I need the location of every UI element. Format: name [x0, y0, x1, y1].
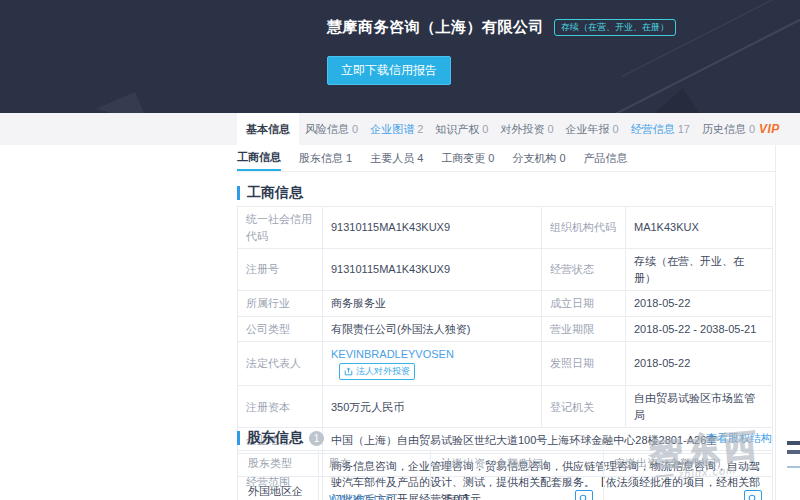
info-value: 350万元人民币: [323, 386, 542, 428]
table-row: 法定代表人 KEVINBRADLEYVOSEN法人对外投资 发照日期 2018-…: [238, 342, 773, 386]
info-value: MA1K43KUX: [626, 207, 773, 249]
info-label: 法定代表人: [238, 342, 323, 386]
subtab-count: 4: [417, 152, 423, 164]
hero-decoration: [96, 84, 155, 113]
table-row: 公司类型 有限责任公司(外国法人独资) 营业期限 2018-05-22 - 20…: [238, 316, 773, 342]
subscribed-capital-value: 350万元: [441, 492, 481, 500]
tab-operation-info[interactable]: 经营信息 17: [625, 113, 696, 145]
info-value: 2018-05-22 - 2038-05-21: [626, 316, 773, 342]
tab-count: 2: [417, 123, 423, 135]
tab-label: 基本信息: [246, 122, 290, 137]
subtab-label: 工商信息: [237, 150, 281, 165]
table-row: 所属行业 商务服务业 成立日期 2018-05-22: [238, 291, 773, 317]
subtab-count: 0: [559, 152, 565, 164]
column-header: 股东类型: [238, 451, 319, 477]
paid-capital-value: -: [614, 493, 618, 500]
tab-count: 17: [678, 123, 690, 135]
tab-label: 企业图谱: [370, 122, 414, 137]
legal-person-investment-badge[interactable]: 法人对外投资: [339, 363, 415, 381]
info-label: 登记机关: [542, 386, 626, 428]
tab-annual-report[interactable]: 企业年报 0: [560, 113, 625, 145]
tab-count: 0: [352, 123, 358, 135]
tab-label: 历史信息: [702, 122, 746, 137]
tab-basic-info[interactable]: 基本信息: [237, 113, 299, 145]
column-header: 实缴出资（金额/时间）: [604, 451, 773, 477]
tab-label: 企业年报: [566, 122, 610, 137]
shareholder-section-header: 股东信息 1 查看股权结构: [237, 429, 772, 447]
content-right-divider: [775, 145, 776, 500]
info-value: KEVINBRADLEYVOSEN法人对外投资: [323, 342, 542, 386]
info-value: 91310115MA1K43KUX9: [323, 207, 542, 249]
detail-magnifier-button[interactable]: [575, 490, 593, 500]
magnifier-icon: [748, 494, 758, 500]
sub-tab-bar: 工商信息 股东信息 1 主要人员 4 工商变更 0 分支机构 0 产品信息: [237, 145, 775, 172]
shareholder-link[interactable]: WAYMO LLC: [329, 493, 394, 500]
company-profile-page: 慧摩商务咨询（上海）有限公司 存续（在营、开业、在册） 立即下载信用报告 基本信…: [0, 0, 800, 500]
badge-label: 法人对外投资: [356, 365, 410, 379]
subtab-business-info[interactable]: 工商信息: [237, 145, 281, 171]
clipped-sidebar-content: [787, 466, 800, 468]
tab-risk-info[interactable]: 风险信息 0: [299, 113, 364, 145]
section-accent-bar: [237, 431, 240, 445]
info-label: 成立日期: [542, 291, 626, 317]
clipped-sidebar-content: [787, 450, 800, 454]
section-title: 工商信息: [247, 184, 303, 202]
table-row: 外国地区企业 WAYMO LLC 350万元 -: [238, 477, 773, 500]
info-value: 2018-05-22: [626, 291, 773, 317]
info-label: 发照日期: [542, 342, 626, 386]
info-label: 组织机构代码: [542, 207, 626, 249]
status-badge: 存续（在营、开业、在册）: [554, 19, 676, 37]
shareholder-type-cell: 外国地区企业: [238, 477, 319, 500]
page-title: 慧摩商务咨询（上海）有限公司: [327, 18, 544, 37]
info-value: 91310115MA1K43KUX9: [323, 249, 542, 291]
tab-count: 0: [749, 123, 755, 135]
shareholder-table: 股东类型 股东 认缴出资（金额/时间） 实缴出资（金额/时间） 外国地区企业 W…: [237, 450, 773, 500]
vip-badge: VIP: [759, 122, 780, 136]
tab-intellectual-property[interactable]: 知识产权 0: [429, 113, 494, 145]
clipped-sidebar-content: [787, 441, 800, 445]
table-row: 注册号 91310115MA1K43KUX9 经营状态 存续（在营、开业、在册）: [238, 249, 773, 291]
main-tab-bar: 基本信息 风险信息 0 企业图谱 2 知识产权 0 对外投资 0 企业年报 0 …: [0, 113, 800, 145]
table-row: 统一社会信用代码 91310115MA1K43KUX9 组织机构代码 MA1K4…: [238, 207, 773, 249]
subtab-label: 工商变更: [441, 151, 485, 166]
tab-history-info[interactable]: 历史信息 0 VIP: [696, 113, 786, 145]
tab-count: 0: [613, 123, 619, 135]
business-info-section-header: 工商信息: [237, 184, 772, 202]
legal-representative-link[interactable]: KEVINBRADLEYVOSEN: [331, 348, 454, 360]
info-value: 有限责任公司(外国法人独资): [323, 316, 542, 342]
table-row: 注册资本 350万元人民币 登记机关 自由贸易试验区市场监管局: [238, 386, 773, 428]
hero-decoration: [653, 85, 709, 113]
info-value: 商务服务业: [323, 291, 542, 317]
section-title: 股东信息: [247, 429, 303, 447]
info-value: 存续（在营、开业、在册）: [626, 249, 773, 291]
subtab-key-personnel[interactable]: 主要人员 4: [370, 145, 423, 171]
table-header-row: 股东类型 股东 认缴出资（金额/时间） 实缴出资（金额/时间）: [238, 451, 773, 477]
subtab-product-info[interactable]: 产品信息: [584, 145, 628, 171]
info-label: 注册号: [238, 249, 323, 291]
tab-outbound-investment[interactable]: 对外投资 0: [494, 113, 559, 145]
tab-company-graph[interactable]: 企业图谱 2: [364, 113, 429, 145]
subtab-branches[interactable]: 分支机构 0: [512, 145, 565, 171]
detail-magnifier-button[interactable]: [744, 490, 762, 500]
subtab-count: 0: [488, 152, 494, 164]
info-value: 自由贸易试验区市场监管局: [626, 386, 773, 428]
tab-count: 0: [482, 123, 488, 135]
download-credit-report-button[interactable]: 立即下载信用报告: [327, 56, 451, 85]
column-header: 股东: [319, 451, 431, 477]
tab-count: 0: [547, 123, 553, 135]
view-equity-structure-link[interactable]: 查看股权结构: [706, 431, 772, 446]
subtab-shareholder-info[interactable]: 股东信息 1: [299, 145, 352, 171]
paid-capital-cell: -: [604, 477, 773, 500]
tab-label: 知识产权: [435, 122, 479, 137]
subtab-business-changes[interactable]: 工商变更 0: [441, 145, 494, 171]
info-label: 所属行业: [238, 291, 323, 317]
info-value: 2018-05-22: [626, 342, 773, 386]
info-label: 公司类型: [238, 316, 323, 342]
info-label: 营业期限: [542, 316, 626, 342]
subtab-label: 主要人员: [370, 151, 414, 166]
hero-header: 慧摩商务咨询（上海）有限公司 存续（在营、开业、在册） 立即下载信用报告: [0, 0, 800, 113]
tab-label: 风险信息: [305, 122, 349, 137]
magnifier-icon: [579, 494, 589, 500]
tab-label: 经营信息: [631, 122, 675, 137]
subtab-label: 股东信息: [299, 151, 343, 166]
